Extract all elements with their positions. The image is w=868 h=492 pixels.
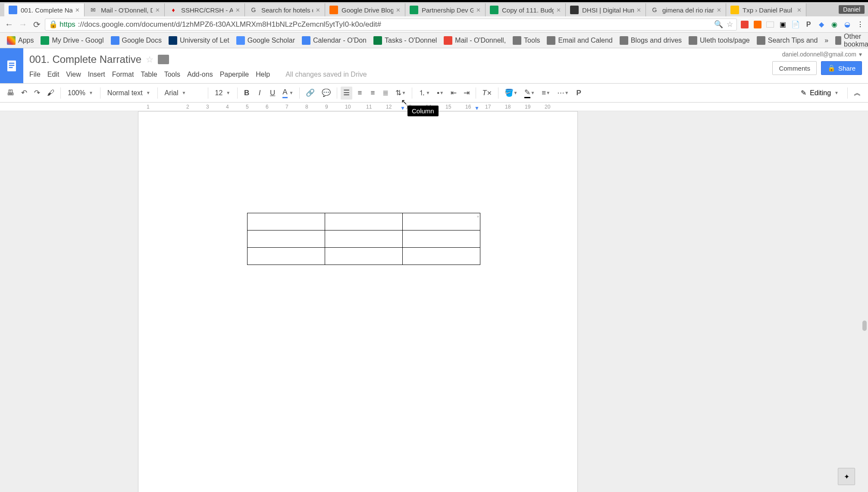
menu-help[interactable]: Help <box>256 71 270 78</box>
undo-button[interactable]: ↶ <box>19 87 30 100</box>
redo-button[interactable]: ↷ <box>31 87 43 100</box>
border-color-button[interactable]: ✎▼ <box>522 87 537 100</box>
profile-badge[interactable]: Daniel <box>839 5 865 14</box>
star-icon[interactable]: ☆ <box>146 54 154 65</box>
menu-insert[interactable]: Insert <box>88 71 105 78</box>
menu-view[interactable]: View <box>66 71 81 78</box>
decrease-indent-button[interactable]: ⇤ <box>448 87 459 100</box>
close-icon[interactable]: ✕ <box>316 7 320 13</box>
print-button[interactable]: 🖶 <box>4 87 17 100</box>
bookmark-folder[interactable]: Tools <box>509 34 543 47</box>
table-cell[interactable] <box>403 230 480 248</box>
close-icon[interactable]: ✕ <box>556 7 561 13</box>
ext-icon[interactable]: 📄 <box>791 20 800 29</box>
bookmark-folder[interactable]: Search Tips and <box>753 34 821 47</box>
ext-icon[interactable] <box>740 20 749 29</box>
scrollbar-thumb[interactable] <box>862 321 867 331</box>
underline-button[interactable]: U <box>267 87 278 100</box>
table-row[interactable] <box>248 248 480 265</box>
folder-icon[interactable] <box>158 55 169 64</box>
column-marker-icon[interactable]: ▼ <box>474 105 479 111</box>
paragraph-style-select[interactable]: Normal text▼ <box>104 89 154 97</box>
align-left-button[interactable]: ☰ <box>341 87 352 100</box>
paperpile-button[interactable]: P <box>573 87 584 100</box>
bookmarks-overflow[interactable]: » <box>821 35 832 46</box>
font-select[interactable]: Arial▼ <box>161 89 204 97</box>
menu-edit[interactable]: Edit <box>47 71 60 78</box>
document-table[interactable]: ▾ <box>247 213 480 265</box>
menu-addons[interactable]: Add-ons <box>187 71 213 78</box>
table-row[interactable] <box>248 230 480 248</box>
tab-0[interactable]: 001. Complete Na✕ <box>4 3 85 16</box>
bookmark-item[interactable]: Calendar - O'Don <box>298 34 370 47</box>
reload-button[interactable]: ⟳ <box>31 19 42 30</box>
collapse-toolbar-button[interactable]: ︽ <box>851 87 864 100</box>
user-email[interactable]: daniel.odonnell@gmail.com▾ <box>782 51 862 58</box>
link-button[interactable]: 🔗 <box>303 87 317 100</box>
align-justify-button[interactable]: ≣ <box>380 87 391 100</box>
editing-mode-button[interactable]: ✎ Editing ▼ <box>796 89 844 97</box>
menu-table[interactable]: Table <box>141 71 157 78</box>
italic-button[interactable]: I <box>254 87 265 100</box>
tab-2[interactable]: ♦SSHRC/CRSH - App✕ <box>165 3 245 16</box>
url-field[interactable]: 🔒 https ://docs.google.com/document/d/1z… <box>45 19 737 31</box>
cell-menu-icon[interactable]: ▾ <box>477 214 479 219</box>
table-cell[interactable] <box>248 248 325 265</box>
forward-button[interactable]: → <box>17 19 28 30</box>
bookmark-apps[interactable]: Apps <box>3 34 37 47</box>
ext-icon[interactable]: ◆ <box>817 20 826 29</box>
ext-icon[interactable] <box>753 20 762 29</box>
share-button[interactable]: 🔒Share <box>821 61 862 75</box>
document-title[interactable]: 001. Complete Narrative <box>29 53 141 65</box>
close-icon[interactable]: ✕ <box>797 7 802 13</box>
other-bookmarks[interactable]: Other bookmarks <box>832 31 868 50</box>
increase-indent-button[interactable]: ⇥ <box>461 87 472 100</box>
ext-icon[interactable]: ◉ <box>830 20 839 29</box>
table-cell[interactable] <box>325 248 403 265</box>
bookmark-item[interactable]: Google Docs <box>107 34 166 47</box>
align-right-button[interactable]: ≡ <box>367 87 378 100</box>
bookmark-item[interactable]: University of Let <box>165 34 233 47</box>
paint-format-button[interactable]: 🖌 <box>44 87 57 100</box>
menu-icon[interactable]: ⋮ <box>856 20 865 29</box>
tab-3[interactable]: GSearch for hotels c✕ <box>245 3 325 16</box>
tab-5[interactable]: Partnership Dev G✕ <box>405 3 486 16</box>
tab-1[interactable]: ✉Mail - O'Donnell, D✕ <box>85 3 165 16</box>
bulleted-list-button[interactable]: •▼ <box>434 87 446 100</box>
table-cell[interactable] <box>248 230 325 248</box>
clear-formatting-button[interactable]: T✕ <box>479 87 494 100</box>
comments-button[interactable]: Comments <box>772 61 817 75</box>
fill-color-button[interactable]: 🪣▼ <box>502 87 520 100</box>
tab-9[interactable]: Txp › Daniel Paul O✕ <box>726 3 806 16</box>
zoom-select[interactable]: 100%▼ <box>64 89 97 97</box>
ext-icon[interactable]: ◒ <box>843 20 852 29</box>
close-icon[interactable]: ✕ <box>476 7 481 13</box>
comment-button[interactable]: 💬 <box>319 87 333 100</box>
border-style-button[interactable]: ⋯▼ <box>555 87 571 100</box>
explore-button[interactable]: ✦ <box>838 468 855 485</box>
menu-file[interactable]: File <box>29 71 41 78</box>
document-page[interactable]: ▾ <box>138 111 578 492</box>
table-cell[interactable]: ▾ <box>403 213 480 230</box>
ext-icon[interactable] <box>766 22 774 28</box>
close-icon[interactable]: ✕ <box>75 7 80 13</box>
tab-4[interactable]: Google Drive Blog✕ <box>325 3 405 16</box>
text-color-button[interactable]: A▼ <box>280 87 296 100</box>
align-center-button[interactable]: ≡ <box>354 87 365 100</box>
tab-8[interactable]: Ggimena del rio rian✕ <box>646 3 726 16</box>
close-icon[interactable]: ✕ <box>396 7 401 13</box>
table-cell[interactable] <box>325 230 403 248</box>
numbered-list-button[interactable]: ⒈▼ <box>416 87 432 100</box>
close-icon[interactable]: ✕ <box>636 7 641 13</box>
bookmark-folder[interactable]: Uleth tools/page <box>685 34 753 47</box>
table-cell[interactable] <box>325 213 403 230</box>
star-icon[interactable]: ☆ <box>727 20 733 29</box>
menu-paperpile[interactable]: Paperpile <box>220 71 249 78</box>
close-icon[interactable]: ✕ <box>717 7 721 13</box>
zoom-icon[interactable]: 🔍 <box>714 20 723 29</box>
bookmark-item[interactable]: Mail - O'Donnell, <box>440 34 509 47</box>
table-cell[interactable] <box>248 213 325 230</box>
font-size-select[interactable]: 12▼ <box>212 89 234 97</box>
ext-icon[interactable]: P <box>804 20 813 29</box>
bookmark-item[interactable]: Tasks - O'Donnel <box>370 34 440 47</box>
